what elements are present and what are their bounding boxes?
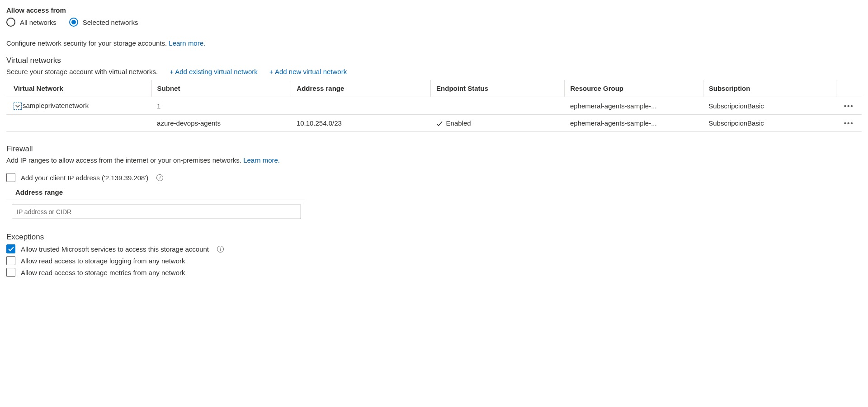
exception-label: Allow trusted Microsoft services to acce… <box>21 245 209 253</box>
cell-subscription: SubscripcionBasic <box>703 115 836 132</box>
configure-description: Configure network security for your stor… <box>6 39 862 47</box>
exception-checkbox[interactable] <box>6 256 15 265</box>
row-actions-button[interactable]: ••• <box>836 115 862 132</box>
col-resource-group[interactable]: Resource Group <box>565 80 703 97</box>
exception-row-trusted: Allow trusted Microsoft services to acce… <box>6 244 862 253</box>
add-client-ip-label: Add your client IP address ('2.139.39.20… <box>21 174 148 182</box>
col-subscription[interactable]: Subscription <box>703 80 836 97</box>
firewall-text: Add IP ranges to allow access from the i… <box>6 156 243 164</box>
radio-label: Selected networks <box>83 19 138 26</box>
add-new-vnet-link[interactable]: + Add new virtual network <box>269 68 347 75</box>
cell-endpoint-status: Enabled <box>431 115 565 132</box>
exception-checkbox[interactable] <box>6 244 15 253</box>
cell-endpoint-status <box>431 97 565 115</box>
expand-toggle[interactable] <box>14 103 22 110</box>
allow-access-heading: Allow access from <box>6 6 862 14</box>
vnet-table: Virtual Network Subnet Address range End… <box>6 80 862 132</box>
vnet-name: sampleprivatenetwork <box>23 102 89 109</box>
cell-virtual-network: sampleprivatenetwork <box>6 97 151 115</box>
info-icon[interactable]: i <box>217 246 224 253</box>
radio-icon <box>6 18 15 27</box>
vnet-secure-text: Secure your storage account with virtual… <box>6 68 158 75</box>
configure-text: Configure network security for your stor… <box>6 39 169 47</box>
address-range-header: Address range <box>15 188 862 196</box>
exception-label: Allow read access to storage logging fro… <box>21 257 185 265</box>
virtual-networks-heading: Virtual networks <box>6 56 862 65</box>
col-subnet[interactable]: Subnet <box>151 80 291 97</box>
address-range-row <box>6 200 305 219</box>
address-range-input[interactable] <box>12 205 301 219</box>
table-header-row: Virtual Network Subnet Address range End… <box>6 80 862 97</box>
table-row: azure-devops-agents 10.10.254.0/23 Enabl… <box>6 115 862 132</box>
firewall-heading: Firewall <box>6 145 862 154</box>
cell-virtual-network <box>6 115 151 132</box>
radio-label: All networks <box>20 19 57 26</box>
cell-address-range: 10.10.254.0/23 <box>291 115 431 132</box>
col-endpoint-status[interactable]: Endpoint Status <box>431 80 565 97</box>
firewall-description: Add IP ranges to allow access from the i… <box>6 156 862 164</box>
allow-access-radio-group: All networks Selected networks <box>6 18 862 27</box>
add-client-ip-row: Add your client IP address ('2.139.39.20… <box>6 173 862 182</box>
table-row: sampleprivatenetwork 1 ephemeral-agents-… <box>6 97 862 115</box>
more-icon: ••• <box>844 102 854 110</box>
cell-subnet: azure-devops-agents <box>151 115 291 132</box>
learn-more-link[interactable]: Learn more. <box>169 39 205 47</box>
add-existing-vnet-link[interactable]: + Add existing virtual network <box>170 68 258 75</box>
status-text: Enabled <box>446 119 471 127</box>
radio-icon <box>69 18 78 27</box>
cell-resource-group: ephemeral-agents-sample-... <box>565 97 703 115</box>
check-icon <box>436 121 443 126</box>
vnet-toolbar: Secure your storage account with virtual… <box>6 68 862 75</box>
add-client-ip-checkbox[interactable] <box>6 173 15 182</box>
more-icon: ••• <box>844 119 854 127</box>
col-virtual-network[interactable]: Virtual Network <box>6 80 151 97</box>
col-actions <box>836 80 862 97</box>
firewall-learn-more-link[interactable]: Learn more. <box>243 156 280 164</box>
chevron-down-icon <box>15 105 20 108</box>
exceptions-heading: Exceptions <box>6 233 862 242</box>
exception-checkbox[interactable] <box>6 268 15 277</box>
exception-label: Allow read access to storage metrics fro… <box>21 269 185 276</box>
col-address-range[interactable]: Address range <box>291 80 431 97</box>
exception-row-metrics: Allow read access to storage metrics fro… <box>6 268 862 277</box>
exception-row-logging: Allow read access to storage logging fro… <box>6 256 862 265</box>
info-icon[interactable]: i <box>156 174 163 181</box>
cell-address-range <box>291 97 431 115</box>
cell-resource-group: ephemeral-agents-sample-... <box>565 115 703 132</box>
cell-subnet: 1 <box>151 97 291 115</box>
row-actions-button[interactable]: ••• <box>836 97 862 115</box>
radio-all-networks[interactable]: All networks <box>6 18 57 27</box>
check-icon <box>8 247 14 252</box>
radio-selected-networks[interactable]: Selected networks <box>69 18 138 27</box>
cell-subscription: SubscripcionBasic <box>703 97 836 115</box>
